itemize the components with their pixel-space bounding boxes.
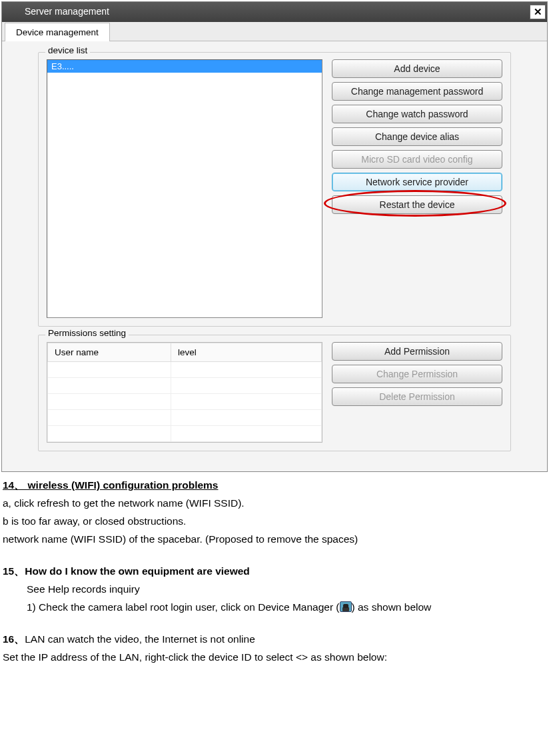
paragraph: a, click refresh to get the network name… bbox=[3, 495, 546, 511]
device-button-column: Add device Change management password Ch… bbox=[332, 59, 502, 318]
titlebar: Server management ✕ bbox=[2, 2, 547, 22]
close-icon[interactable]: ✕ bbox=[530, 5, 546, 19]
heading-14: 14、 wireless (WIFI) configuration proble… bbox=[3, 479, 218, 491]
window-title: Server management bbox=[25, 5, 109, 17]
add-device-button[interactable]: Add device bbox=[332, 59, 502, 78]
device-list-label: device list bbox=[45, 45, 90, 55]
server-management-window: Server management ✕ Device management de… bbox=[1, 1, 548, 472]
permission-button-column: Add Permission Change Permission Delete … bbox=[332, 342, 502, 443]
change-watch-password-button[interactable]: Change watch password bbox=[332, 105, 502, 123]
heading-16: 16、LAN can watch the video, the Internet… bbox=[3, 631, 546, 647]
paragraph: network name (WIFI SSID) of the spacebar… bbox=[3, 531, 546, 547]
network-service-provider-button[interactable]: Network service provider bbox=[332, 173, 502, 191]
table-row bbox=[48, 410, 322, 426]
paragraph: Set the IP address of the LAN, right-cli… bbox=[3, 649, 546, 665]
table-row bbox=[48, 362, 322, 378]
camera-icon bbox=[340, 601, 352, 612]
change-device-alias-button[interactable]: Change device alias bbox=[332, 127, 502, 146]
paragraph: 1) Check the camera label root login use… bbox=[3, 599, 546, 615]
col-level: level bbox=[171, 343, 321, 362]
col-user-name: User name bbox=[48, 343, 171, 362]
add-permission-button[interactable]: Add Permission bbox=[332, 342, 502, 361]
list-item[interactable]: E3..... bbox=[47, 60, 322, 73]
change-permission-button: Change Permission bbox=[332, 365, 502, 383]
tab-device-management[interactable]: Device management bbox=[5, 23, 110, 41]
heading-15: 15、How do I know the own equipment are v… bbox=[3, 563, 546, 579]
tab-row: Device management bbox=[2, 22, 547, 41]
restart-device-button[interactable]: Restart the device bbox=[332, 195, 502, 214]
document-text: 14、 wireless (WIFI) configuration proble… bbox=[0, 477, 549, 681]
paragraph: See Help records inquiry bbox=[3, 581, 546, 597]
table-row bbox=[48, 394, 322, 410]
delete-permission-button: Delete Permission bbox=[332, 387, 502, 406]
device-listbox[interactable]: E3..... bbox=[47, 59, 322, 318]
permissions-label: Permissions setting bbox=[45, 328, 129, 338]
device-list-group: device list E3..... Add device Change ma… bbox=[38, 52, 511, 327]
panel: device list E3..... Add device Change ma… bbox=[2, 41, 547, 471]
change-management-password-button[interactable]: Change management password bbox=[332, 82, 502, 101]
table-row bbox=[48, 426, 322, 442]
permissions-group: Permissions setting User name level bbox=[38, 335, 511, 451]
table-row bbox=[48, 378, 322, 394]
sd-card-config-button: Micro SD card video config bbox=[332, 150, 502, 169]
permissions-table: User name level bbox=[47, 342, 322, 443]
paragraph: b is too far away, or closed obstruction… bbox=[3, 513, 546, 529]
